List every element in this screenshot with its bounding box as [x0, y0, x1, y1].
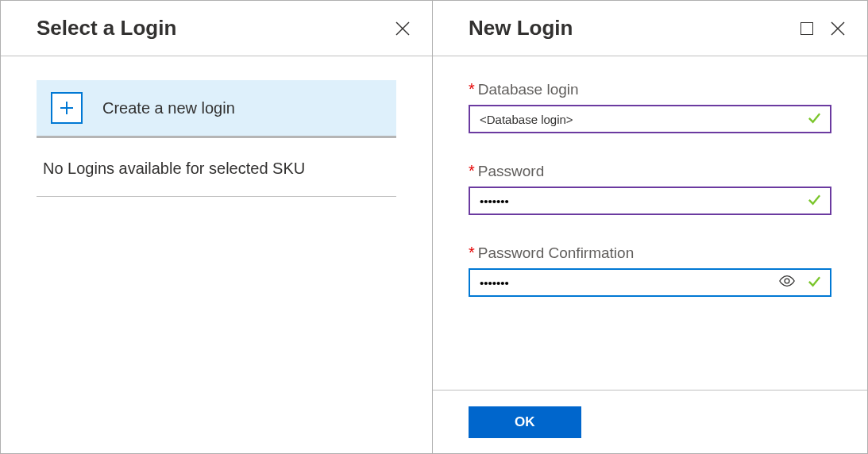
new-login-title: New Login	[469, 16, 573, 40]
create-login-label: Create a new login	[102, 99, 235, 117]
select-login-panel: Select a Login Create a new login No Log…	[1, 1, 433, 453]
create-new-login-button[interactable]: Create a new login	[37, 80, 396, 138]
plus-icon	[51, 92, 83, 124]
password-input[interactable]	[469, 187, 831, 215]
right-header: New Login	[433, 1, 867, 56]
right-footer: OK	[433, 390, 867, 453]
password-confirm-input[interactable]	[469, 268, 831, 297]
select-login-title: Select a Login	[37, 16, 176, 40]
database-login-label: Database login	[478, 81, 579, 98]
required-asterisk: *	[469, 80, 475, 98]
close-icon[interactable]	[395, 21, 410, 36]
no-logins-message: No Logins available for selected SKU	[37, 138, 396, 197]
close-icon[interactable]	[831, 21, 845, 36]
password-confirm-group: * Password Confirmation	[469, 244, 831, 297]
required-asterisk: *	[469, 244, 475, 262]
password-confirm-label: Password Confirmation	[478, 244, 634, 262]
maximize-icon[interactable]	[800, 22, 813, 35]
required-asterisk: *	[469, 162, 475, 180]
ok-button[interactable]: OK	[469, 406, 581, 438]
password-label: Password	[478, 163, 544, 180]
database-login-input[interactable]	[469, 105, 831, 133]
svg-point-6	[785, 279, 789, 283]
database-login-group: * Database login	[469, 80, 831, 133]
new-login-panel: New Login * Database login	[433, 1, 867, 453]
password-group: * Password	[469, 162, 831, 215]
left-header: Select a Login	[1, 1, 432, 56]
eye-icon[interactable]	[778, 275, 796, 290]
